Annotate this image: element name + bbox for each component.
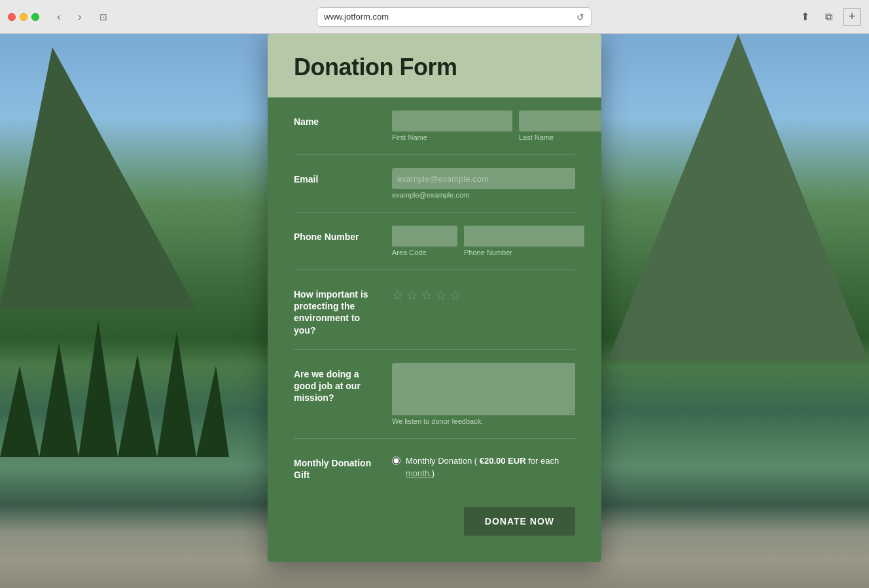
- name-label: Name: [294, 111, 379, 128]
- submit-row: DONATE NOW: [294, 494, 575, 536]
- rating-inputs: ☆ ☆ ☆ ☆ ☆: [392, 283, 575, 303]
- phone-input-row: Area Code Phone Number: [392, 226, 584, 256]
- last-name-sublabel: Last Name: [519, 133, 601, 141]
- email-field: Email example@example.com: [294, 168, 575, 199]
- reload-button[interactable]: ↺: [576, 12, 584, 22]
- email-input[interactable]: [392, 168, 575, 189]
- first-name-input[interactable]: [392, 111, 512, 131]
- traffic-lights: [8, 13, 39, 21]
- mountain-left: [0, 47, 196, 309]
- name-field: Name First Name Last Name: [294, 111, 575, 141]
- fullscreen-button[interactable]: [31, 13, 39, 21]
- donation-label: Monthly Donation Gift: [294, 452, 379, 481]
- divider-4: [294, 349, 575, 350]
- stars-container: ☆ ☆ ☆ ☆ ☆: [392, 283, 575, 303]
- month-link[interactable]: month.: [406, 468, 432, 478]
- feedback-sublabel: We listen to donor feedback.: [392, 417, 575, 425]
- address-bar[interactable]: www.jotform.com ↺: [317, 7, 592, 27]
- donate-now-button[interactable]: DONATE NOW: [464, 507, 575, 536]
- browser-chrome: ‹ › ⊡ www.jotform.com ↺ ⬆ ⧉ +: [0, 0, 869, 34]
- first-name-group: First Name: [392, 111, 512, 141]
- form-title: Donation Form: [294, 54, 575, 81]
- donation-option-text: Monthly Donation (: [406, 456, 480, 466]
- star-1[interactable]: ☆: [392, 287, 404, 303]
- forward-button[interactable]: ›: [71, 8, 89, 26]
- share-button[interactable]: ⬆: [796, 8, 814, 26]
- browser-actions: ⬆ ⧉ +: [796, 8, 861, 26]
- rating-field: How important is protecting the environm…: [294, 283, 575, 336]
- feedback-inputs: We listen to donor feedback.: [392, 363, 575, 425]
- feedback-field: Are we doing a good job at our mission? …: [294, 363, 575, 425]
- tabs-button[interactable]: ⧉: [819, 8, 838, 26]
- last-name-group: Last Name: [519, 111, 601, 141]
- minimize-button[interactable]: [20, 13, 27, 21]
- close-button[interactable]: [8, 13, 16, 21]
- name-inputs: First Name Last Name: [392, 111, 601, 141]
- feedback-textarea[interactable]: [392, 363, 575, 415]
- area-code-input[interactable]: [392, 226, 457, 247]
- donation-option-label: Monthly Donation ( €20.00 EUR for each m…: [406, 455, 575, 480]
- nav-buttons: ‹ › ⊡: [50, 8, 113, 26]
- name-input-row: First Name Last Name: [392, 111, 601, 141]
- phone-field: Phone Number Area Code Phone Number: [294, 226, 575, 256]
- address-bar-wrapper: www.jotform.com ↺: [118, 7, 790, 27]
- url-text: www.jotform.com: [324, 12, 389, 22]
- star-5[interactable]: ☆: [450, 287, 461, 303]
- phone-number-sublabel: Phone Number: [464, 249, 584, 256]
- email-inputs: example@example.com: [392, 168, 575, 199]
- rating-label: How important is protecting the environm…: [294, 283, 379, 336]
- donation-amount: €20.00 EUR: [480, 456, 526, 466]
- phone-number-input[interactable]: [464, 226, 584, 247]
- form-body: Name First Name Last Name Email: [268, 97, 601, 562]
- email-sublabel: example@example.com: [392, 191, 575, 199]
- star-4[interactable]: ☆: [435, 287, 447, 303]
- star-2[interactable]: ☆: [406, 287, 418, 303]
- email-label: Email: [294, 168, 379, 185]
- form-header: Donation Form: [268, 34, 601, 97]
- donation-inputs: Monthly Donation ( €20.00 EUR for each m…: [392, 452, 575, 480]
- phone-inputs: Area Code Phone Number: [392, 226, 584, 256]
- area-code-sublabel: Area Code: [392, 249, 457, 256]
- sidebar-button[interactable]: ⊡: [94, 8, 113, 26]
- divider-1: [294, 154, 575, 155]
- feedback-label: Are we doing a good job at our mission?: [294, 363, 379, 404]
- mountain-right: [607, 34, 869, 361]
- area-code-group: Area Code: [392, 226, 457, 256]
- new-tab-button[interactable]: +: [843, 8, 861, 26]
- first-name-sublabel: First Name: [392, 133, 512, 141]
- last-name-input[interactable]: [519, 111, 601, 131]
- donation-option: Monthly Donation ( €20.00 EUR for each m…: [392, 452, 575, 480]
- divider-2: [294, 212, 575, 213]
- phone-label: Phone Number: [294, 226, 379, 243]
- donation-field: Monthly Donation Gift Monthly Donation (…: [294, 452, 575, 481]
- phone-number-group: Phone Number: [464, 226, 584, 256]
- divider-5: [294, 438, 575, 439]
- star-3[interactable]: ☆: [421, 287, 433, 303]
- divider-3: [294, 269, 575, 270]
- donation-form-container: Donation Form Name First Name Last Name: [268, 34, 601, 562]
- donation-radio[interactable]: [392, 457, 400, 465]
- back-button[interactable]: ‹: [50, 8, 68, 26]
